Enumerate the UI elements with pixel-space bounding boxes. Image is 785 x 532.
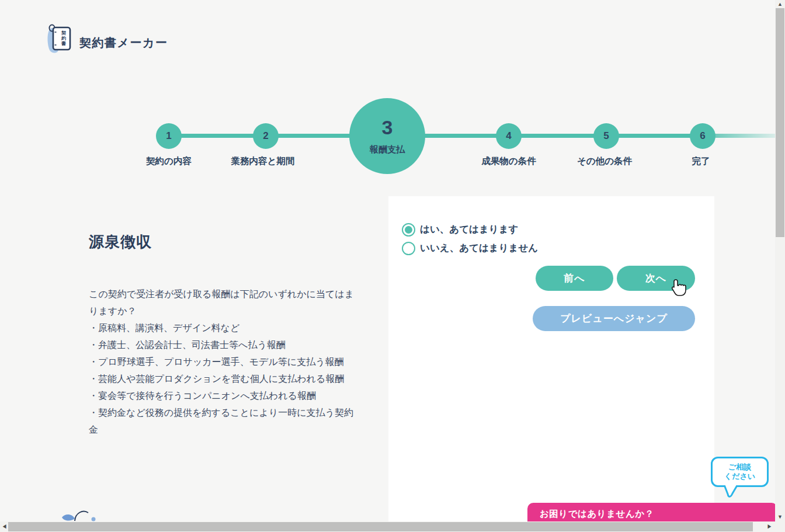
step-label: 報酬支払	[370, 144, 405, 155]
question-bullet: ・弁護士、公認会計士、司法書士等へ払う報酬	[89, 336, 359, 353]
stepper-step-1[interactable]: 1	[156, 123, 182, 149]
step-number: 3	[382, 117, 393, 137]
step-label-2: 業務内容と期間	[231, 155, 295, 168]
radio-selected-icon[interactable]	[402, 223, 415, 237]
step-number: 6	[700, 130, 705, 142]
question-title: 源泉徴収	[89, 232, 152, 252]
horizontal-scrollbar-thumb[interactable]	[8, 522, 753, 531]
step-number: 4	[506, 130, 511, 142]
bubble-text-line1: ご相談	[728, 463, 751, 472]
partial-illustration-icon	[57, 506, 106, 521]
stepper-step-2[interactable]: 2	[253, 123, 279, 149]
svg-text:書: 書	[61, 41, 66, 46]
next-button[interactable]: 次へ	[617, 266, 695, 291]
radio-option-yes[interactable]: はい、あてはまります	[402, 220, 538, 239]
horizontal-scrollbar[interactable]: ◀ ▶	[0, 521, 785, 532]
vertical-scrollbar-thumb[interactable]	[776, 8, 784, 237]
scroll-up-arrow-icon[interactable]: ▲	[777, 2, 783, 7]
question-bullet: ・契約金など役務の提供を約することにより一時に支払う契約金	[89, 404, 359, 438]
svg-text:約: 約	[61, 36, 66, 41]
step-number: 5	[603, 130, 609, 142]
question-bullet: ・原稿料、講演料、デザイン料など	[89, 319, 359, 336]
step-label-6: 完了	[692, 155, 710, 168]
scroll-down-arrow-icon[interactable]: ▼	[777, 514, 783, 520]
prev-button[interactable]: 前へ	[536, 266, 613, 291]
help-banner-text: お困りではありませんか？	[540, 509, 654, 519]
answer-options: はい、あてはまります いいえ、あてはまりません	[402, 220, 538, 258]
app-logo-icon: 契 約 書	[44, 22, 74, 57]
step-label-1: 契約の内容	[146, 155, 192, 168]
radio-unselected-icon[interactable]	[402, 242, 415, 255]
radio-option-no[interactable]: いいえ、あてはまりません	[402, 239, 538, 258]
bubble-text-line2: ください	[724, 472, 755, 481]
scroll-left-arrow-icon[interactable]: ◀	[2, 524, 7, 530]
radio-option-label: いいえ、あてはまりません	[420, 242, 538, 255]
radio-option-label: はい、あてはまります	[420, 223, 518, 236]
stepper-step-3-current[interactable]: 3 報酬支払	[349, 98, 425, 174]
jump-to-preview-button[interactable]: プレビューへジャンプ	[533, 306, 695, 331]
stepper-step-5[interactable]: 5	[593, 123, 619, 149]
consult-speech-bubble[interactable]: ご相談 ください	[711, 457, 769, 487]
step-label-5: その他の条件	[577, 155, 632, 168]
vertical-scrollbar[interactable]: ▲ ▼	[775, 0, 785, 521]
question-bullet: ・プロ野球選手、プロサッカー選手、モデル等に支払う報酬	[89, 353, 359, 370]
step-label-4: 成果物の条件	[481, 155, 536, 168]
question-description: この契約で受注者が受け取る報酬は下記のいずれかに当てはまりますか？ ・原稿料、講…	[89, 286, 359, 438]
brand-name: 契約書メーカー	[79, 35, 168, 51]
speech-bubble-tail-icon	[722, 485, 742, 500]
svg-text:契: 契	[61, 30, 66, 36]
app-header: 契 約 書 契約書メーカー	[44, 22, 168, 57]
step-number: 2	[263, 130, 268, 142]
question-bullet: ・宴会等で接待を行うコンパニオンへ支払われる報酬	[89, 387, 359, 404]
scroll-right-arrow-icon[interactable]: ▶	[767, 524, 772, 530]
stepper-step-4[interactable]: 4	[496, 123, 522, 149]
question-bullet: ・芸能人や芸能プロダクションを営む個人に支払われる報酬	[89, 370, 359, 387]
stepper-step-6[interactable]: 6	[690, 123, 715, 149]
step-number: 1	[166, 130, 171, 142]
question-intro: この契約で受注者が受け取る報酬は下記のいずれかに当てはまりますか？	[89, 286, 359, 319]
